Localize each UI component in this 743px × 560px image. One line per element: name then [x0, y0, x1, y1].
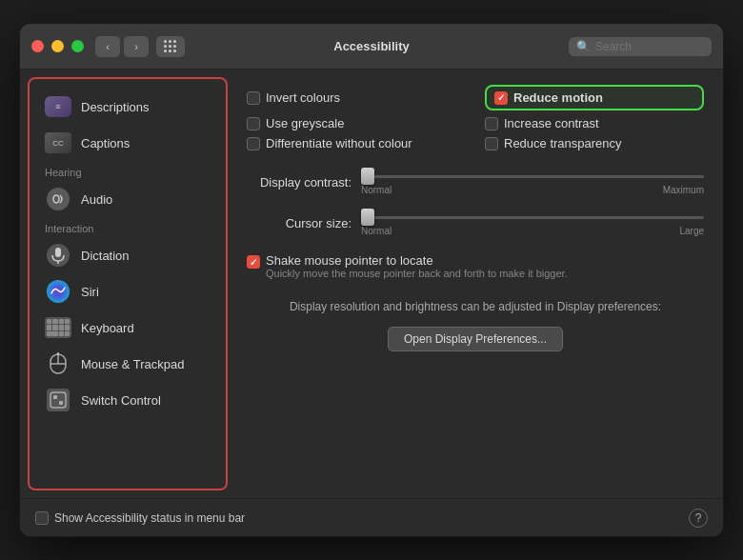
- options-grid: Invert colours Reduce motion Use greysca…: [247, 85, 704, 150]
- cursor-size-min: Normal: [361, 226, 392, 236]
- close-button[interactable]: [31, 40, 44, 52]
- titlebar: ‹ › Accessibility 🔍: [20, 24, 723, 70]
- checkbox-contrast-row[interactable]: Increase contrast: [485, 116, 704, 130]
- checkbox-greyscale[interactable]: [247, 117, 260, 130]
- display-contrast-min: Normal: [361, 185, 392, 195]
- sidebar-item-mouse[interactable]: Mouse & Trackpad: [37, 346, 218, 382]
- checkbox-diff-row[interactable]: Differentiate without colour: [247, 136, 466, 150]
- search-bar[interactable]: 🔍: [569, 37, 712, 56]
- checkbox-greyscale-label: Use greyscale: [266, 116, 344, 130]
- forward-button[interactable]: ›: [124, 36, 149, 57]
- checkbox-diff-label: Differentiate without colour: [266, 136, 412, 150]
- window-title: Accessibility: [333, 39, 410, 53]
- mouse-icon: [45, 350, 71, 377]
- shake-text: Shake mouse pointer to locate Quickly mo…: [266, 253, 568, 279]
- svg-rect-10: [50, 392, 66, 408]
- shake-row: Shake mouse pointer to locate Quickly mo…: [247, 253, 704, 279]
- nav-buttons: ‹ ›: [95, 36, 185, 57]
- checkbox-transparency[interactable]: [485, 137, 498, 150]
- svg-point-0: [47, 188, 70, 210]
- sidebar-label-mouse: Mouse & Trackpad: [81, 357, 184, 371]
- sidebar-label-dictation: Dictation: [81, 249, 130, 263]
- sidebar-label-keyboard: Keyboard: [81, 321, 134, 335]
- cursor-size-label: Cursor size:: [247, 216, 351, 230]
- checkbox-status-bar[interactable]: [35, 511, 49, 525]
- sidebar-item-audio[interactable]: Audio: [37, 181, 218, 217]
- status-bar-checkbox-row[interactable]: Show Accessibility status in menu bar: [35, 511, 245, 525]
- bottom-bar: Show Accessibility status in menu bar ?: [20, 498, 723, 536]
- back-button[interactable]: ‹: [95, 36, 120, 57]
- main-content: ≡ Descriptions CC Captions Hearing: [20, 70, 723, 498]
- sidebar-label-captions: Captions: [81, 136, 130, 150]
- checkbox-shake[interactable]: [247, 255, 260, 269]
- traffic-lights: [31, 40, 84, 52]
- checkbox-transparency-label: Reduce transparency: [504, 136, 622, 150]
- search-icon: 🔍: [576, 40, 591, 53]
- display-contrast-row: Display contrast: Normal Maximum: [247, 170, 704, 195]
- sidebar-item-descriptions[interactable]: ≡ Descriptions: [37, 89, 218, 125]
- checkbox-contrast[interactable]: [485, 117, 498, 130]
- display-note: Display resolution and brightness can be…: [247, 300, 704, 313]
- sidebar-item-keyboard[interactable]: Keyboard: [37, 310, 218, 346]
- grid-button[interactable]: [156, 36, 185, 57]
- captions-icon: CC: [45, 130, 71, 156]
- audio-icon: [45, 186, 71, 212]
- svg-rect-12: [59, 401, 63, 405]
- status-bar-label: Show Accessibility status in menu bar: [54, 511, 245, 525]
- help-button[interactable]: ?: [689, 509, 708, 528]
- display-contrast-max: Maximum: [663, 185, 704, 195]
- section-hearing: Hearing: [37, 161, 218, 181]
- open-display-prefs-button[interactable]: Open Display Preferences...: [388, 327, 563, 351]
- dictation-icon: [45, 242, 71, 269]
- maximize-button[interactable]: [71, 40, 84, 52]
- cursor-size-row: Cursor size: Normal Large: [247, 210, 704, 236]
- checkbox-contrast-label: Increase contrast: [504, 116, 599, 130]
- shake-description: Quickly move the mouse pointer back and …: [266, 268, 568, 279]
- search-input[interactable]: [595, 40, 704, 53]
- right-panel: Invert colours Reduce motion Use greysca…: [228, 70, 723, 498]
- sidebar-item-captions[interactable]: CC Captions: [37, 125, 218, 161]
- switch-icon: [45, 387, 71, 413]
- sidebar-item-switch[interactable]: Switch Control: [37, 382, 218, 418]
- minimize-button[interactable]: [51, 40, 64, 52]
- descriptions-icon: ≡: [45, 93, 71, 120]
- checkbox-greyscale-row[interactable]: Use greyscale: [247, 116, 466, 130]
- checkbox-invert[interactable]: [247, 91, 260, 105]
- sidebar-item-siri[interactable]: Siri: [37, 273, 218, 310]
- shake-title: Shake mouse pointer to locate: [266, 253, 568, 268]
- siri-icon: [45, 278, 71, 305]
- cursor-size-slider[interactable]: Normal Large: [361, 210, 704, 236]
- svg-rect-11: [53, 395, 57, 399]
- checkbox-transparency-row[interactable]: Reduce transparency: [485, 136, 704, 150]
- checkbox-diff[interactable]: [247, 137, 260, 150]
- checkbox-reduce-motion[interactable]: [494, 91, 508, 105]
- sidebar: ≡ Descriptions CC Captions Hearing: [28, 77, 228, 490]
- section-interaction: Interaction: [37, 217, 218, 237]
- accessibility-window: ‹ › Accessibility 🔍 ≡ De: [19, 23, 724, 537]
- checkbox-invert-label: Invert colours: [266, 90, 340, 105]
- sidebar-label-descriptions: Descriptions: [81, 100, 150, 114]
- display-contrast-slider[interactable]: Normal Maximum: [361, 170, 704, 195]
- sidebar-item-dictation[interactable]: Dictation: [37, 237, 218, 273]
- reduce-motion-container[interactable]: Reduce motion: [485, 85, 704, 110]
- keyboard-icon: [45, 314, 71, 341]
- checkbox-invert-row[interactable]: Invert colours: [247, 85, 466, 110]
- display-contrast-label: Display contrast:: [247, 175, 351, 190]
- cursor-size-max: Large: [679, 226, 704, 236]
- sidebar-label-audio: Audio: [81, 192, 112, 207]
- sidebar-label-siri: Siri: [81, 285, 99, 299]
- sidebar-label-switch: Switch Control: [81, 393, 161, 408]
- checkbox-reduce-motion-label: Reduce motion: [513, 90, 603, 105]
- svg-rect-3: [55, 248, 61, 257]
